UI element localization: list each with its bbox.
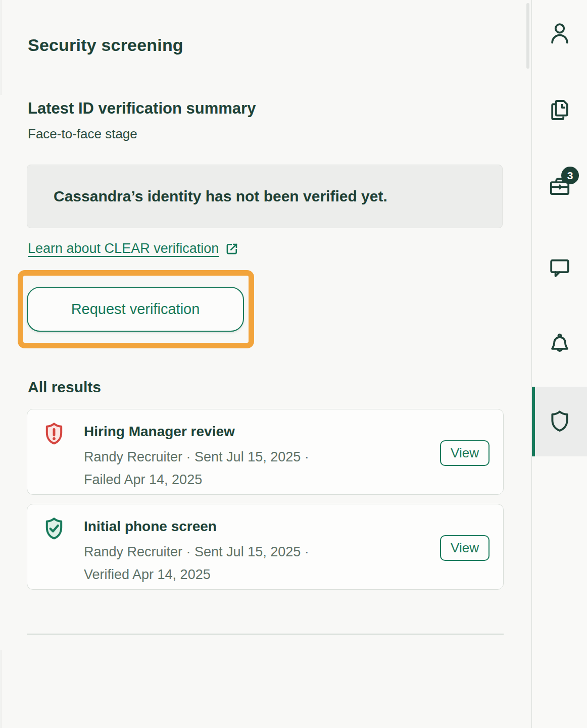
rail-item-documents[interactable]	[532, 80, 587, 140]
result-card-hiring-manager-review: Hiring Manager review Randy Recruiter · …	[27, 409, 504, 495]
scrollbar-thumb[interactable]	[526, 3, 529, 69]
main-content: Security screening Latest ID verificatio…	[0, 0, 531, 728]
view-button[interactable]: View	[440, 440, 490, 466]
external-link-icon	[225, 242, 239, 256]
result-meta-line2: Failed Apr 14, 2025	[84, 469, 387, 491]
learn-link-label: Learn about CLEAR verification	[28, 241, 219, 256]
security-screening-panel: Security screening Latest ID verificatio…	[0, 0, 587, 728]
result-meta-line1: Randy Recruiter · Sent Jul 15, 2025 ·	[84, 541, 387, 563]
view-button[interactable]: View	[440, 535, 490, 561]
rail-item-messages[interactable]	[532, 237, 587, 298]
result-meta-line2: Verified Apr 14, 2025	[84, 563, 387, 586]
result-title: Initial phone screen	[84, 518, 217, 535]
divider	[27, 634, 504, 635]
page-title: Security screening	[28, 35, 183, 55]
result-meta-line1: Randy Recruiter · Sent Jul 15, 2025 ·	[84, 446, 387, 469]
rail-item-notifications[interactable]	[532, 314, 587, 375]
rail-item-profile[interactable]	[532, 3, 587, 64]
result-meta: Randy Recruiter · Sent Jul 15, 2025 · Ve…	[84, 541, 387, 586]
rail-item-security[interactable]	[532, 391, 587, 452]
jobs-count-badge: 3	[561, 167, 579, 184]
right-rail: 3	[531, 0, 587, 728]
shield-check-icon	[42, 516, 66, 544]
documents-icon	[548, 98, 572, 122]
status-message: Cassandra’s identity has not been verifi…	[54, 188, 387, 205]
shield-icon	[547, 409, 572, 434]
person-icon	[548, 21, 572, 45]
result-meta: Randy Recruiter · Sent Jul 15, 2025 · Fa…	[84, 446, 387, 491]
bell-icon	[548, 332, 572, 356]
results-heading: All results	[28, 379, 101, 396]
learn-about-clear-link[interactable]: Learn about CLEAR verification	[28, 241, 239, 256]
request-verification-button[interactable]: Request verification	[27, 287, 244, 332]
rail-item-jobs[interactable]: 3	[532, 155, 587, 216]
chat-icon	[548, 255, 572, 280]
briefcase-icon: 3	[548, 174, 572, 198]
stage-subtitle: Face-to-face stage	[28, 126, 137, 142]
status-message-box: Cassandra’s identity has not been verifi…	[27, 165, 503, 228]
verification-summary-heading: Latest ID verification summary	[28, 99, 256, 118]
result-title: Hiring Manager review	[84, 424, 235, 440]
shield-alert-icon	[42, 422, 66, 449]
result-card-initial-phone-screen: Initial phone screen Randy Recruiter · S…	[27, 504, 504, 590]
